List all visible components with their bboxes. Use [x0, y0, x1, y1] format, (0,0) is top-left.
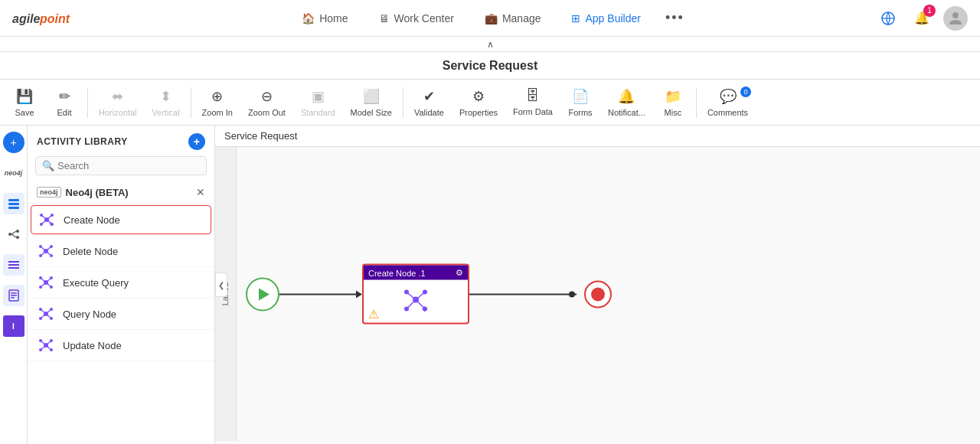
- svg-line-38: [46, 251, 51, 256]
- sidebar-list-btn[interactable]: [3, 193, 24, 214]
- svg-line-62: [41, 341, 46, 345]
- collapse-sidebar-btn[interactable]: ❮: [215, 273, 227, 297]
- svg-point-10: [16, 236, 19, 239]
- create-node-icon: +: [38, 211, 56, 229]
- connectivity-icon-btn[interactable]: [876, 6, 900, 31]
- svg-line-11: [11, 231, 16, 234]
- monitor-icon: 🖥: [379, 12, 390, 24]
- node-end[interactable]: [584, 280, 612, 308]
- nav-right: 🔔 1: [876, 6, 968, 31]
- connectivity-icon: [880, 11, 896, 26]
- notifications-toolbar-icon: 🔔: [618, 88, 635, 105]
- save-button[interactable]: 💾 Save: [6, 85, 43, 120]
- svg-rect-15: [8, 267, 19, 269]
- activity-item-update-node[interactable]: Update Node: [28, 330, 214, 361]
- list-icon: [8, 198, 20, 210]
- add-activity-btn[interactable]: +: [188, 133, 205, 150]
- misc-icon: 📁: [665, 88, 681, 105]
- properties-button[interactable]: ⚙ Properties: [453, 85, 504, 120]
- canvas-area: Service Request Lane1: [215, 126, 980, 444]
- sidebar-id-btn[interactable]: I: [3, 315, 24, 337]
- svg-text:+: +: [422, 304, 427, 315]
- form-data-button[interactable]: 🗄 Form Data: [507, 85, 559, 119]
- notification-btn[interactable]: 🔔 1: [910, 6, 934, 31]
- arrow-2: [469, 293, 577, 295]
- sidebar-form-btn[interactable]: [3, 285, 24, 306]
- toolbar-sep-4: [696, 87, 697, 118]
- svg-text:agile: agile: [12, 12, 41, 25]
- horizontal-button[interactable]: ⬌ Horizontal: [93, 85, 143, 120]
- zoom-out-button[interactable]: ⊖ Zoom Out: [242, 85, 292, 120]
- comments-button[interactable]: 💬 Comments 0: [701, 85, 754, 120]
- svg-line-55: [41, 314, 46, 318]
- top-nav: agile point 🏠 Home 🖥 Work Center 💼 Manag…: [0, 0, 980, 37]
- arrow-head-1: [356, 290, 362, 298]
- canvas-title: Service Request: [224, 130, 297, 142]
- forms-button[interactable]: 📄 Forms: [562, 85, 599, 120]
- neo4j-section-close[interactable]: ✕: [196, 186, 205, 198]
- activity-library-title: ACTIVITY LIBRARY: [37, 136, 128, 147]
- svg-text:+: +: [49, 220, 53, 228]
- model-size-button[interactable]: ⬜ Model Size: [345, 85, 398, 120]
- more-options[interactable]: •••: [665, 10, 684, 26]
- nav-appbuilder[interactable]: ⊞ App Builder: [565, 9, 646, 28]
- sidebar-add-btn[interactable]: +: [3, 132, 24, 153]
- update-node-label: Update Node: [63, 340, 122, 351]
- toolbar: 💾 Save ✏ Edit ⬌ Horizontal ⬍ Vertical ⊕ …: [0, 80, 980, 126]
- canvas-inner[interactable]: Lane1 Create Node .1 ⚙: [215, 147, 980, 441]
- toolbar-sep-1: [87, 87, 88, 118]
- nav-home[interactable]: 🏠 Home: [296, 9, 354, 28]
- node-start[interactable]: [246, 277, 279, 311]
- svg-line-54: [46, 309, 51, 314]
- node-activity-gear-icon: ⚙: [456, 268, 463, 278]
- notifications-button[interactable]: 🔔 Notificat...: [602, 85, 652, 120]
- svg-text:point: point: [39, 12, 70, 25]
- search-input[interactable]: [57, 160, 200, 171]
- properties-icon: ⚙: [472, 88, 485, 105]
- svg-rect-5: [8, 199, 19, 201]
- zoom-in-button[interactable]: ⊕ Zoom In: [196, 85, 239, 120]
- form-icon: [8, 289, 20, 302]
- edit-button[interactable]: ✏ Edit: [46, 85, 83, 120]
- sidebar-integration-btn[interactable]: [3, 224, 24, 245]
- save-icon: 💾: [16, 88, 33, 105]
- logo: agile point: [12, 8, 96, 29]
- activity-item-execute-query[interactable]: Execute Query: [28, 267, 214, 299]
- standard-button[interactable]: ▣ Standard: [295, 85, 341, 120]
- canvas-title-bar: Service Request: [215, 126, 980, 147]
- activity-item-create-node[interactable]: + Create Node: [31, 205, 211, 234]
- briefcase-icon: 💼: [485, 12, 498, 24]
- validate-button[interactable]: ✔ Validate: [408, 85, 450, 120]
- activity-item-query-node[interactable]: Query Node: [28, 299, 214, 330]
- collapse-chevron[interactable]: ∧: [487, 39, 494, 50]
- nav-items: 🏠 Home 🖥 Work Center 💼 Manage ⊞ App Buil…: [296, 9, 684, 28]
- grid-icon: ⊞: [571, 12, 580, 24]
- user-avatar[interactable]: [943, 6, 968, 31]
- execute-query-label: Execute Query: [63, 277, 129, 289]
- activity-item-delete-node[interactable]: Delete Node: [28, 236, 214, 267]
- nav-workcenter[interactable]: 🖥 Work Center: [373, 9, 460, 28]
- node-activity-body-wrap: + ⚠: [364, 280, 468, 323]
- svg-point-8: [8, 233, 11, 236]
- integration-icon: [8, 228, 20, 240]
- node-create-activity[interactable]: Create Node .1 ⚙: [362, 264, 469, 325]
- node-activity-title: Create Node .1: [368, 268, 426, 277]
- horizontal-icon: ⬌: [112, 88, 123, 105]
- page-title-bar: Service Request: [0, 52, 980, 80]
- svg-line-27: [41, 220, 47, 224]
- vertical-button[interactable]: ⬍ Vertical: [146, 85, 186, 120]
- svg-point-9: [16, 230, 19, 233]
- nav-manage[interactable]: 💼 Manage: [479, 9, 547, 28]
- svg-line-45: [46, 278, 51, 282]
- edit-icon: ✏: [59, 88, 70, 105]
- sidebar-menu-btn[interactable]: [3, 254, 24, 276]
- arrow-shaft-2: [469, 293, 577, 295]
- svg-line-26: [47, 215, 52, 220]
- svg-line-65: [46, 345, 51, 350]
- sidebar-neo4j-btn[interactable]: neo4j: [3, 162, 24, 184]
- neo4j-section-header[interactable]: neo4j Neo4j (BETA) ✕: [28, 181, 214, 204]
- svg-line-63: [46, 341, 51, 345]
- misc-button[interactable]: 📁 Misc: [655, 85, 691, 120]
- arrow-1: [279, 290, 362, 298]
- execute-query-icon: [37, 273, 55, 292]
